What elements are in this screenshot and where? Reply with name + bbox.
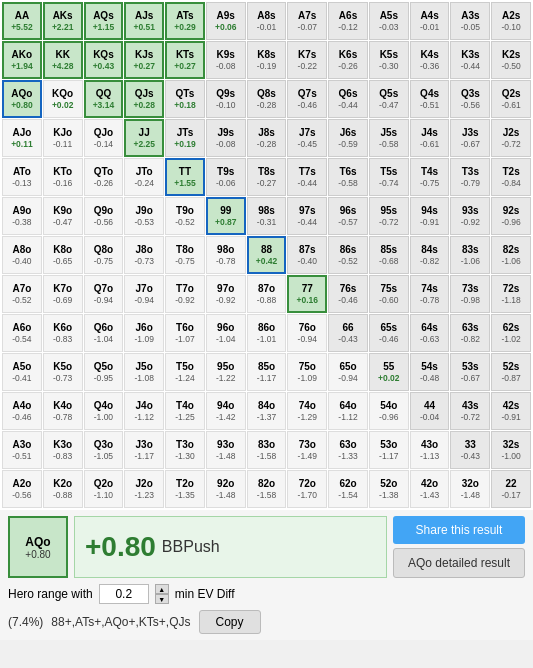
grid-cell-73s[interactable]: 73s-0.98 — [450, 275, 490, 313]
filter-input[interactable] — [99, 584, 149, 604]
grid-cell-64s[interactable]: 64s-0.63 — [410, 314, 450, 352]
grid-cell-85s[interactable]: 85s-0.68 — [369, 236, 409, 274]
grid-cell-k8o[interactable]: K8o-0.65 — [43, 236, 83, 274]
grid-cell-t2s[interactable]: T2s-0.84 — [491, 158, 531, 196]
grid-cell-j5s[interactable]: J5s-0.58 — [369, 119, 409, 157]
grid-cell-j8o[interactable]: J8o-0.73 — [124, 236, 164, 274]
grid-cell-ats[interactable]: ATs+0.29 — [165, 2, 205, 40]
grid-cell-t6s[interactable]: T6s-0.58 — [328, 158, 368, 196]
grid-cell-j2s[interactable]: J2s-0.72 — [491, 119, 531, 157]
grid-cell-k7s[interactable]: K7s-0.22 — [287, 41, 327, 79]
grid-cell-83o[interactable]: 83o-1.58 — [247, 431, 287, 469]
grid-cell-q5s[interactable]: Q5s-0.47 — [369, 80, 409, 118]
grid-cell-82o[interactable]: 82o-1.58 — [247, 470, 287, 508]
grid-cell-k5o[interactable]: K5o-0.73 — [43, 353, 83, 391]
grid-cell-k6o[interactable]: K6o-0.83 — [43, 314, 83, 352]
grid-cell-64o[interactable]: 64o-1.12 — [328, 392, 368, 430]
grid-cell-jj[interactable]: JJ+2.25 — [124, 119, 164, 157]
grid-cell-a4s[interactable]: A4s-0.01 — [410, 2, 450, 40]
grid-cell-42s[interactable]: 42s-0.91 — [491, 392, 531, 430]
grid-cell-k4s[interactable]: K4s-0.36 — [410, 41, 450, 79]
grid-cell-a2o[interactable]: A2o-0.56 — [2, 470, 42, 508]
grid-cell-a3s[interactable]: A3s-0.05 — [450, 2, 490, 40]
grid-cell-84s[interactable]: 84s-0.82 — [410, 236, 450, 274]
grid-cell-j7o[interactable]: J7o-0.94 — [124, 275, 164, 313]
grid-cell-q8s[interactable]: Q8s-0.28 — [247, 80, 287, 118]
grid-cell-63s[interactable]: 63s-0.82 — [450, 314, 490, 352]
grid-cell-72o[interactable]: 72o-1.70 — [287, 470, 327, 508]
grid-cell-aqs[interactable]: AQs+1.15 — [84, 2, 124, 40]
grid-cell-54o[interactable]: 54o-0.96 — [369, 392, 409, 430]
grid-cell-k9s[interactable]: K9s-0.08 — [206, 41, 246, 79]
grid-cell-t9s[interactable]: T9s-0.06 — [206, 158, 246, 196]
grid-cell-t5s[interactable]: T5s-0.74 — [369, 158, 409, 196]
grid-cell-q7o[interactable]: Q7o-0.94 — [84, 275, 124, 313]
grid-cell-q4o[interactable]: Q4o-1.00 — [84, 392, 124, 430]
grid-cell-83s[interactable]: 83s-1.06 — [450, 236, 490, 274]
grid-cell-q2s[interactable]: Q2s-0.61 — [491, 80, 531, 118]
grid-cell-j9s[interactable]: J9s-0.08 — [206, 119, 246, 157]
grid-cell-22[interactable]: 22-0.17 — [491, 470, 531, 508]
grid-cell-84o[interactable]: 84o-1.37 — [247, 392, 287, 430]
grid-cell-99[interactable]: 99+0.87 — [206, 197, 246, 235]
grid-cell-ato[interactable]: ATo-0.13 — [2, 158, 42, 196]
grid-cell-k9o[interactable]: K9o-0.47 — [43, 197, 83, 235]
grid-cell-kjs[interactable]: KJs+0.27 — [124, 41, 164, 79]
grid-cell-65o[interactable]: 65o-0.94 — [328, 353, 368, 391]
grid-cell-t9o[interactable]: T9o-0.52 — [165, 197, 205, 235]
grid-cell-a4o[interactable]: A4o-0.46 — [2, 392, 42, 430]
grid-cell-t8s[interactable]: T8s-0.27 — [247, 158, 287, 196]
grid-cell-a5s[interactable]: A5s-0.03 — [369, 2, 409, 40]
grid-cell-95o[interactable]: 95o-1.22 — [206, 353, 246, 391]
grid-cell-85o[interactable]: 85o-1.17 — [247, 353, 287, 391]
grid-cell-87s[interactable]: 87s-0.40 — [287, 236, 327, 274]
grid-cell-k2o[interactable]: K2o-0.88 — [43, 470, 83, 508]
grid-cell-a6o[interactable]: A6o-0.54 — [2, 314, 42, 352]
grid-cell-42o[interactable]: 42o-1.43 — [410, 470, 450, 508]
grid-cell-54s[interactable]: 54s-0.48 — [410, 353, 450, 391]
grid-cell-43s[interactable]: 43s-0.72 — [450, 392, 490, 430]
grid-cell-t4s[interactable]: T4s-0.75 — [410, 158, 450, 196]
grid-cell-t5o[interactable]: T5o-1.24 — [165, 353, 205, 391]
grid-cell-ako[interactable]: AKo+1.94 — [2, 41, 42, 79]
grid-cell-t7o[interactable]: T7o-0.92 — [165, 275, 205, 313]
grid-cell-a8o[interactable]: A8o-0.40 — [2, 236, 42, 274]
grid-cell-qq[interactable]: QQ+3.14 — [84, 80, 124, 118]
grid-cell-73o[interactable]: 73o-1.49 — [287, 431, 327, 469]
grid-cell-kto[interactable]: KTo-0.16 — [43, 158, 83, 196]
grid-cell-kk[interactable]: KK+4.28 — [43, 41, 83, 79]
grid-cell-q7s[interactable]: Q7s-0.46 — [287, 80, 327, 118]
grid-cell-74o[interactable]: 74o-1.29 — [287, 392, 327, 430]
grid-cell-k4o[interactable]: K4o-0.78 — [43, 392, 83, 430]
detail-button[interactable]: AQo detailed result — [393, 548, 525, 578]
grid-cell-t3s[interactable]: T3s-0.79 — [450, 158, 490, 196]
grid-cell-a7o[interactable]: A7o-0.52 — [2, 275, 42, 313]
grid-cell-j7s[interactable]: J7s-0.45 — [287, 119, 327, 157]
grid-cell-a7s[interactable]: A7s-0.07 — [287, 2, 327, 40]
grid-cell-j6o[interactable]: J6o-1.09 — [124, 314, 164, 352]
grid-cell-52s[interactable]: 52s-0.87 — [491, 353, 531, 391]
grid-cell-44[interactable]: 44-0.04 — [410, 392, 450, 430]
grid-cell-t4o[interactable]: T4o-1.25 — [165, 392, 205, 430]
grid-cell-j5o[interactable]: J5o-1.08 — [124, 353, 164, 391]
grid-cell-94o[interactable]: 94o-1.42 — [206, 392, 246, 430]
grid-cell-j3s[interactable]: J3s-0.67 — [450, 119, 490, 157]
grid-cell-93s[interactable]: 93s-0.92 — [450, 197, 490, 235]
spin-down[interactable]: ▼ — [155, 594, 169, 604]
copy-button[interactable]: Copy — [199, 610, 261, 634]
grid-cell-88[interactable]: 88+0.42 — [247, 236, 287, 274]
grid-cell-94s[interactable]: 94s-0.91 — [410, 197, 450, 235]
grid-cell-kqo[interactable]: KQo+0.02 — [43, 80, 83, 118]
grid-cell-aa[interactable]: AA+5.52 — [2, 2, 42, 40]
grid-cell-86o[interactable]: 86o-1.01 — [247, 314, 287, 352]
grid-cell-jto[interactable]: JTo-0.24 — [124, 158, 164, 196]
grid-cell-q8o[interactable]: Q8o-0.75 — [84, 236, 124, 274]
grid-cell-62o[interactable]: 62o-1.54 — [328, 470, 368, 508]
grid-cell-j3o[interactable]: J3o-1.17 — [124, 431, 164, 469]
grid-cell-65s[interactable]: 65s-0.46 — [369, 314, 409, 352]
grid-cell-qjo[interactable]: QJo-0.14 — [84, 119, 124, 157]
grid-cell-k7o[interactable]: K7o-0.69 — [43, 275, 83, 313]
grid-cell-q5o[interactable]: Q5o-0.95 — [84, 353, 124, 391]
grid-cell-j4s[interactable]: J4s-0.61 — [410, 119, 450, 157]
spin-up[interactable]: ▲ — [155, 584, 169, 594]
